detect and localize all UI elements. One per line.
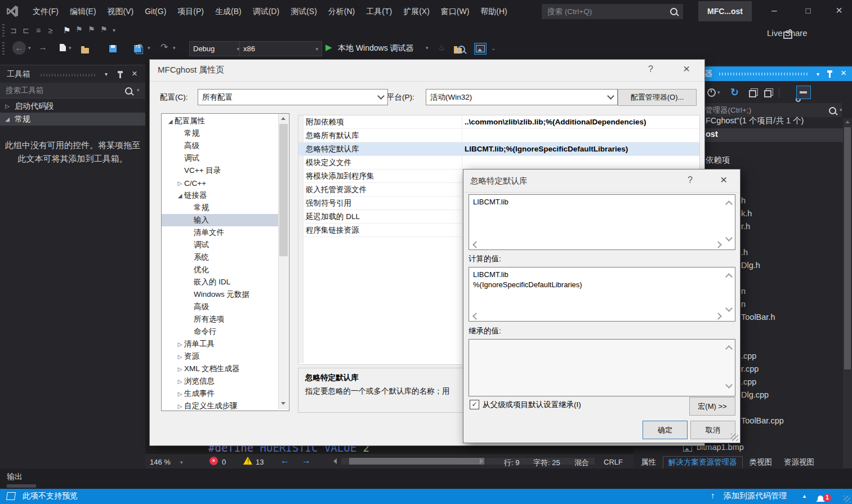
edit-scroll-right-icon[interactable] [715, 241, 722, 248]
menu-item[interactable]: 调试(D) [247, 0, 285, 23]
tree-vscrollbar[interactable] [278, 114, 288, 409]
outdent-icon[interactable]: ≥ [48, 26, 53, 34]
undo-dropdown-icon[interactable]: ▾ [148, 46, 150, 51]
explorer-item[interactable]: .cpp [741, 377, 756, 386]
explorer-item[interactable]: 依赖项 [706, 155, 730, 166]
tree-item[interactable]: VC++ 目录 [162, 164, 278, 177]
computed-scroll-down-icon[interactable] [725, 305, 733, 312]
toolbox-close-icon[interactable]: × [132, 68, 137, 79]
explorer-item[interactable]: .h [741, 248, 748, 257]
encoding-indicator[interactable]: 混合 [574, 458, 589, 468]
panel-tab[interactable]: 属性 [636, 456, 661, 469]
platform-combo[interactable]: 活动(Win32) [426, 89, 618, 105]
explorer-item[interactable]: r.cpp [741, 364, 759, 373]
resize-grip[interactable] [844, 496, 850, 502]
menu-item[interactable]: Git(G) [139, 0, 172, 23]
vscrollbar-thumb[interactable] [844, 127, 851, 369]
explorer-item[interactable]: Dlg.cpp [741, 390, 769, 399]
hscrollbar-thumb[interactable] [349, 458, 484, 465]
tree-item[interactable]: 调试 [162, 152, 278, 164]
edit-scroll-up-icon[interactable] [725, 200, 733, 208]
panel-tab[interactable]: 解决方案资源管理器 [663, 456, 743, 469]
configuration-combo[interactable]: 所有配置 [198, 89, 388, 105]
back-dropdown-icon[interactable]: ▾ [28, 46, 31, 51]
vscroll-up-arrow[interactable] [845, 121, 850, 123]
menu-item[interactable]: 项目(P) [172, 0, 209, 23]
new-file-icon[interactable] [60, 44, 66, 51]
explorer-item[interactable]: ToolBar.h [741, 313, 775, 322]
redo-dropdown-icon[interactable]: ▾ [173, 46, 176, 51]
quick-search-box[interactable]: 搜索 (Ctrl+Q) [542, 4, 683, 19]
toolbox-search-dropdown-icon[interactable]: ▾ [137, 88, 140, 93]
cancel-button[interactable]: 取消 [690, 421, 735, 439]
explorer-item[interactable]: Dlg.h [741, 261, 760, 270]
ok-button[interactable]: 确定 [643, 421, 688, 439]
panel-tab[interactable]: 资源视图 [779, 456, 819, 469]
start-debugging-label[interactable]: 本地 Windows 调试器 [338, 43, 414, 53]
tree-item[interactable]: 常规 [162, 202, 278, 214]
computed-scroll-up-icon[interactable] [725, 273, 733, 280]
explorer-item[interactable]: .cpp [741, 351, 756, 360]
menu-item[interactable]: 工具(T) [360, 0, 398, 23]
dialog-close-icon[interactable]: × [683, 62, 690, 75]
configuration-manager-button[interactable]: 配置管理器(O)... [618, 89, 697, 106]
minimize-button[interactable]: – [761, 0, 787, 23]
line-indicator[interactable]: 行: 9 [504, 458, 519, 468]
menu-item[interactable]: 分析(N) [323, 0, 360, 23]
toolbox-search-input[interactable]: 搜索工具箱 ▾ [0, 83, 145, 99]
menu-item[interactable]: 生成(B) [209, 0, 247, 23]
computed-scroll-left-icon[interactable] [472, 313, 480, 320]
edit-scroll-down-icon[interactable] [725, 234, 733, 242]
menu-item[interactable]: 文件(F) [27, 0, 64, 23]
ignore-dialog-title-bar[interactable]: 忽略特定默认库 ? × [463, 170, 739, 193]
explorer-item[interactable]: n [741, 300, 746, 309]
inherited-scroll-down-icon[interactable] [725, 381, 733, 389]
grid-row-value[interactable]: LIBCMT.lib;%(IgnoreSpecificDefaultLibrar… [465, 145, 628, 153]
eol-indicator[interactable]: CRLF [604, 458, 623, 466]
toolbox-window-menu-icon[interactable]: ▾ [105, 72, 108, 77]
toolbar-grip[interactable] [2, 24, 5, 37]
tree-item[interactable]: ◢链接器 [162, 189, 278, 202]
menu-item[interactable]: 测试(S) [285, 0, 323, 23]
nav-back-icon[interactable]: ← [280, 456, 289, 466]
solution-vscrollbar[interactable] [843, 118, 852, 504]
toolbox-pin-icon[interactable] [119, 73, 121, 78]
computed-scroll-right-icon[interactable] [715, 313, 722, 320]
macros-button[interactable]: 宏(M) >> [689, 397, 735, 416]
menu-item[interactable]: 窗口(W) [435, 0, 475, 23]
explorer-item[interactable]: n [741, 287, 746, 296]
tree-item[interactable]: ▷XML 文档生成器 [162, 363, 278, 375]
screenshot-tool-icon[interactable] [474, 43, 487, 55]
new-file-dropdown-icon[interactable]: ▾ [69, 46, 72, 51]
zoom-dropdown-icon[interactable]: ▾ [180, 460, 183, 465]
maximize-button[interactable]: □ [795, 0, 821, 23]
toolbar-overflow-icon[interactable]: ▾ [113, 28, 115, 33]
explorer-item[interactable]: k.h [741, 209, 752, 218]
tree-item[interactable]: ▷浏览信息 [162, 375, 278, 387]
tree-scroll-down-arrow[interactable] [281, 402, 286, 405]
toolbox-group[interactable]: ▷启动代码段 [0, 100, 145, 113]
display-whitespace-icon[interactable]: ⊐ [10, 26, 17, 34]
start-debugging-icon[interactable]: ▶ [325, 42, 332, 52]
ignore-dialog-close-icon[interactable]: × [720, 173, 727, 186]
solution-platform-combo[interactable]: x86 ▾ [239, 41, 322, 56]
add-to-source-control-button[interactable]: 添加到源代码管理 [724, 491, 787, 501]
close-button[interactable]: × [826, 0, 852, 23]
indent-icon[interactable]: ≡ [36, 26, 41, 34]
error-count[interactable]: 0 [222, 458, 226, 466]
grid-row[interactable]: 忽略特定默认库LIBCMT.lib;%(IgnoreSpecificDefaul… [298, 142, 699, 156]
grid-row[interactable]: 附加依赖项..\common\zlib\zlib.lib;%(Additiona… [298, 115, 699, 129]
dialog-help-icon[interactable]: ? [648, 64, 653, 74]
explorer-item[interactable]: ost [706, 130, 718, 139]
explorer-item[interactable]: h [741, 196, 746, 205]
notifications-bell-icon[interactable] [818, 496, 823, 501]
hscroll-right-arrow[interactable] [480, 458, 483, 464]
tree-item[interactable]: 嵌入的 IDL [162, 276, 278, 288]
word-wrap-icon[interactable]: ⊏ [23, 26, 29, 34]
tree-item[interactable]: ◢配置属性 [162, 115, 278, 127]
toolbar-overflow-2-icon[interactable]: ⌄ [491, 46, 496, 51]
menu-item[interactable]: 扩展(X) [398, 0, 435, 23]
hscroll-left-arrow[interactable] [333, 458, 337, 464]
navigate-forward-icon[interactable]: → [38, 43, 47, 52]
tree-item[interactable]: 常规 [162, 127, 278, 140]
